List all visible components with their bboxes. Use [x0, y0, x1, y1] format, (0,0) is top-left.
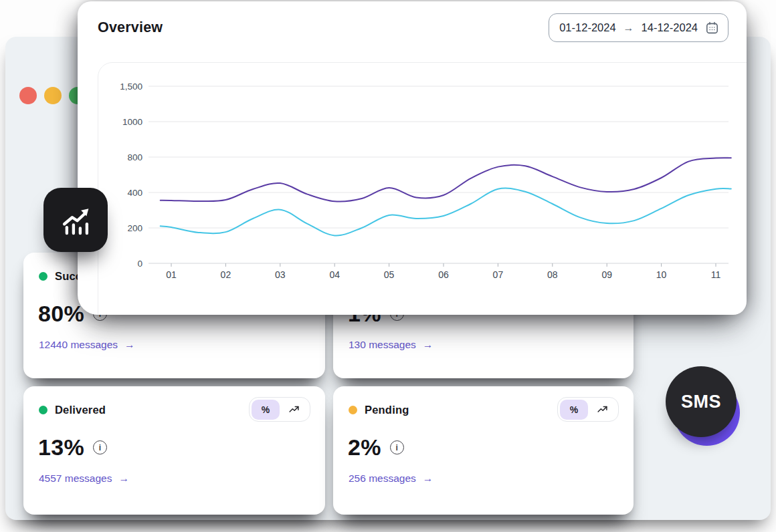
- stat-card-pending: Pending % 2% i 256 messages →: [333, 386, 634, 515]
- page-background: Success 80% i 12440 messages → 1% i 130 …: [0, 0, 776, 532]
- messages-link-label: 4557 messages: [39, 473, 112, 485]
- trend-toggle-button[interactable]: [280, 400, 308, 420]
- view-toggle: %: [557, 397, 619, 422]
- stat-value: 13%: [38, 434, 84, 460]
- stat-value: 80%: [38, 301, 84, 327]
- view-toggle: %: [249, 397, 310, 422]
- messages-link-label: 130 messages: [349, 339, 416, 351]
- percent-toggle-button[interactable]: %: [252, 400, 280, 420]
- date-range-picker[interactable]: 01-12-2024 → 14-12-2024: [549, 13, 729, 42]
- page-title: Overview: [98, 19, 163, 36]
- arrow-right-icon: →: [423, 339, 433, 351]
- stat-value: 2%: [348, 434, 381, 460]
- status-dot: [39, 272, 47, 281]
- arrow-right-icon: →: [118, 473, 129, 485]
- messages-link[interactable]: 130 messages →: [349, 339, 433, 351]
- messages-link-label: 12440 messages: [39, 339, 118, 351]
- status-dot: [39, 406, 47, 414]
- status-dot: [349, 406, 357, 414]
- chart-increasing-icon: [56, 200, 96, 240]
- date-range-start: 01-12-2024: [559, 21, 615, 34]
- messages-link[interactable]: 4557 messages →: [39, 473, 129, 485]
- arrow-right-icon: →: [423, 473, 433, 485]
- arrow-right-icon: →: [124, 339, 135, 351]
- overview-panel: Overview 01-12-2024 → 14-12-2024 1,50010…: [78, 1, 747, 315]
- chart-panel: [98, 62, 747, 315]
- messages-link[interactable]: 256 messages →: [349, 473, 433, 485]
- trending-up-icon: [288, 404, 300, 415]
- percent-toggle-button[interactable]: %: [560, 400, 588, 420]
- stat-card-delivered: Delivered % 13% i 4557 messages →: [23, 386, 325, 515]
- sms-circle: SMS: [666, 366, 737, 437]
- stat-card-title: Delivered: [55, 404, 106, 416]
- traffic-light-yellow-icon[interactable]: [44, 87, 62, 104]
- sms-label: SMS: [681, 392, 721, 412]
- calendar-icon: [705, 21, 719, 35]
- messages-link[interactable]: 12440 messages →: [39, 339, 135, 351]
- trend-toggle-button[interactable]: [588, 400, 616, 420]
- date-range-end: 14-12-2024: [642, 21, 698, 34]
- traffic-light-red-icon[interactable]: [19, 87, 37, 104]
- messages-link-label: 256 messages: [349, 473, 416, 485]
- info-icon[interactable]: i: [93, 440, 107, 454]
- trending-up-icon: [597, 404, 608, 415]
- arrow-right-icon: →: [623, 22, 634, 34]
- stat-card-title: Pending: [365, 404, 409, 416]
- sms-badge[interactable]: SMS: [666, 366, 745, 450]
- info-icon[interactable]: i: [390, 440, 404, 454]
- analytics-icon-tile[interactable]: [43, 188, 108, 252]
